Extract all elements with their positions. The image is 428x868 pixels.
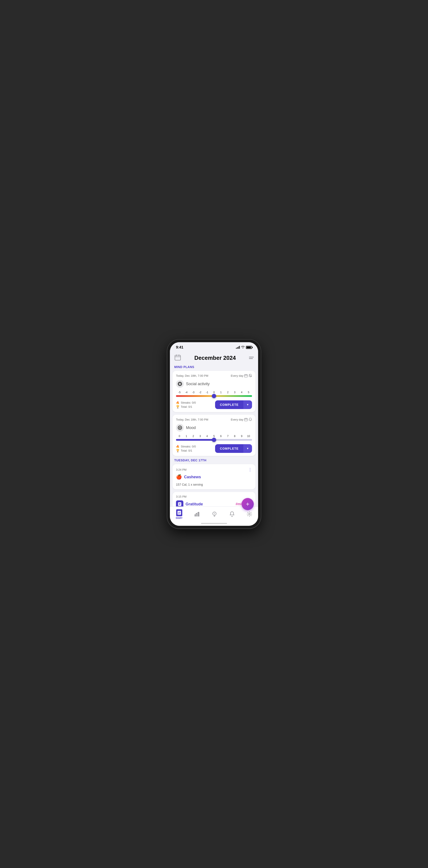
mood-complete-arrow[interactable]: ▼ (243, 444, 252, 453)
bell-mute-icon (249, 374, 252, 377)
svg-point-33 (249, 513, 250, 515)
mood-icon (176, 424, 184, 432)
calendar-repeat-icon (244, 374, 248, 377)
insights-icon (211, 511, 217, 517)
bell-icon (249, 418, 252, 421)
mood-stats: 🔥 Streaks: 0/0 🏆 Total: 0/1 (176, 445, 196, 452)
signal-icon (236, 346, 240, 349)
mood-streaks: 🔥 Streaks: 0/0 (176, 445, 196, 448)
svg-rect-0 (175, 355, 180, 360)
mood-repeat: Every day (231, 418, 252, 421)
svg-rect-4 (245, 375, 248, 377)
social-stats: 🔥 Streaks: 0/0 🏆 Total: 0/1 (176, 401, 196, 408)
wifi-icon (241, 346, 245, 349)
gratitude-title: Gratitude (186, 502, 203, 506)
svg-rect-12 (245, 418, 246, 419)
calendar-icon[interactable] (174, 354, 181, 362)
svg-rect-26 (196, 513, 198, 517)
social-thumb[interactable] (212, 394, 216, 398)
social-slider-labels: -5 -4 -3 -2 -1 0 1 2 3 4 5 (176, 391, 252, 394)
status-bar: 9:41 (170, 342, 258, 351)
svg-rect-2 (176, 354, 177, 356)
mood-title: Mood (186, 426, 196, 430)
mood-date: Today, Dec 18th, 7:00 PM (176, 418, 208, 421)
svg-rect-25 (195, 514, 196, 517)
svg-rect-7 (246, 374, 247, 375)
tuesday-header: TUESDAY, DEC 17TH (170, 459, 258, 464)
social-slider[interactable]: -5 -4 -3 -2 -1 0 1 2 3 4 5 (176, 391, 252, 397)
svg-rect-10 (245, 418, 248, 421)
nav-item-stats[interactable] (193, 510, 202, 519)
social-track[interactable] (176, 395, 252, 397)
page-title: December 2024 (195, 354, 236, 361)
social-stats-row: 🔥 Streaks: 0/0 🏆 Total: 0/1 COMPLETE ▼ (176, 400, 252, 409)
card-meta-social: Today, Dec 18th, 7:00 PM Every day (176, 374, 252, 377)
menu-icon[interactable] (249, 357, 254, 359)
battery-icon (246, 346, 252, 349)
svg-rect-13 (246, 418, 247, 419)
svg-rect-21 (177, 511, 181, 515)
card-meta-mood: Today, Dec 18th, 7:00 PM Every day (176, 418, 252, 421)
cashews-menu-icon[interactable]: ⋮ (248, 467, 252, 472)
gratitude-title-row: Gratitude #mindfu... (176, 500, 252, 506)
mind-plans-header: MIND PLANS (170, 365, 258, 371)
nav-item-diary[interactable]: DIARY (174, 508, 184, 520)
mood-complete-group[interactable]: COMPLETE ▼ (215, 444, 252, 453)
svg-point-14 (178, 426, 182, 430)
nav-item-settings[interactable] (245, 510, 254, 519)
social-streaks: 🔥 Streaks: 0/0 (176, 401, 196, 404)
mood-track[interactable] (176, 439, 252, 441)
home-indicator (170, 521, 258, 526)
social-date: Today, Dec 18th, 7:00 PM (176, 374, 208, 377)
mood-total: 🏆 Total: 0/1 (176, 449, 196, 452)
cashews-food-icon: 🍎 (176, 474, 182, 480)
stats-icon (194, 511, 200, 517)
gratitude-meta: 3:15 PM (176, 495, 252, 498)
calendar-repeat-icon-2 (244, 418, 248, 421)
home-bar (201, 523, 227, 524)
mood-title-row: Mood (176, 424, 252, 432)
cashews-title-row: 🍎 Cashews (176, 474, 252, 480)
cashews-meta: 3:24 PM ⋮ (176, 467, 252, 472)
social-title: Social activity (186, 382, 210, 386)
nav-item-alerts[interactable] (227, 510, 236, 519)
svg-rect-3 (179, 354, 179, 356)
status-icons (236, 346, 252, 349)
svg-rect-27 (198, 512, 199, 517)
mood-card: Today, Dec 18th, 7:00 PM Every day (172, 415, 256, 456)
settings-icon (247, 511, 252, 517)
fab-add-button[interactable]: + (241, 498, 254, 510)
mood-complete-button[interactable]: COMPLETE (215, 444, 243, 453)
mood-stats-row: 🔥 Streaks: 0/0 🏆 Total: 0/1 COMPLETE ▼ (176, 444, 252, 453)
mood-slider[interactable]: 0 1 2 3 4 5 6 7 8 9 10 (176, 435, 252, 441)
social-complete-button[interactable]: COMPLETE (215, 400, 243, 409)
gratitude-time: 3:15 PM (176, 495, 187, 498)
nav-item-insights[interactable] (210, 510, 219, 519)
social-activity-card: Today, Dec 18th, 7:00 PM Every day (172, 371, 256, 412)
svg-rect-6 (245, 374, 246, 375)
diary-icon (176, 509, 182, 516)
social-complete-group[interactable]: COMPLETE ▼ (215, 400, 252, 409)
social-title-row: Social activity (176, 380, 252, 388)
svg-point-32 (214, 514, 215, 515)
social-complete-arrow[interactable]: ▼ (243, 400, 252, 409)
alerts-icon (229, 511, 235, 517)
cashews-card: 3:24 PM ⋮ 🍎 Cashews 157 Cal, 1 x serving (172, 464, 256, 489)
gratitude-journal-icon (176, 500, 183, 506)
app-header: December 2024 (170, 351, 258, 365)
social-icon (176, 380, 184, 388)
svg-point-16 (179, 426, 180, 427)
cashews-time: 3:24 PM (176, 468, 187, 471)
mood-thumb[interactable] (212, 438, 216, 442)
cashews-detail: 157 Cal, 1 x serving (176, 483, 252, 486)
social-total: 🏆 Total: 0/1 (176, 405, 196, 408)
cashews-title: Cashews (184, 475, 201, 479)
mood-slider-labels: 0 1 2 3 4 5 6 7 8 9 10 (176, 435, 252, 438)
social-repeat: Every day (231, 374, 252, 377)
status-time: 9:41 (176, 345, 183, 349)
nav-label-diary: DIARY (176, 517, 182, 519)
scroll-content: December 2024 MIND PLANS Today, Dec 18th… (170, 351, 258, 506)
